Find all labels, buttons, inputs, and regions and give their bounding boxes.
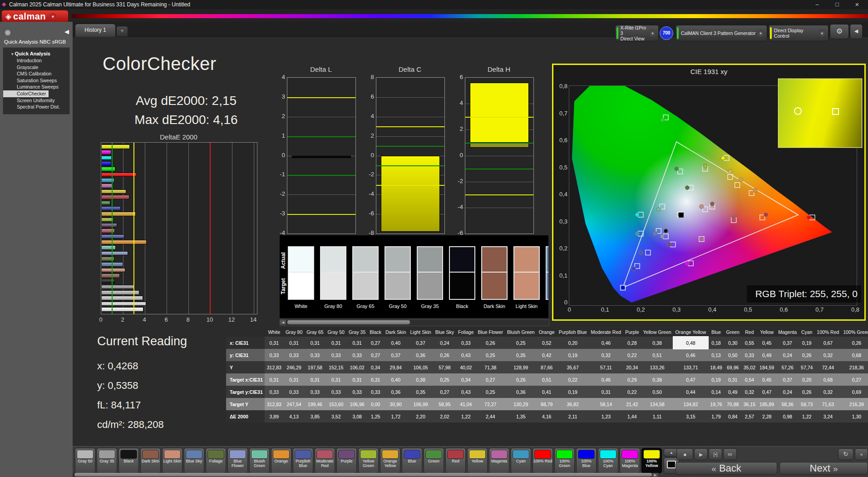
table-cell[interactable]: 0,20 (799, 373, 815, 386)
table-cell[interactable]: 1,72 (384, 410, 409, 422)
table-cell[interactable]: 106,05 (408, 361, 433, 373)
table-cell[interactable]: 0,51 (537, 373, 557, 386)
table-cell[interactable]: 3,52 (326, 410, 346, 422)
table-cell[interactable]: 106,02 (346, 361, 367, 373)
table-cell[interactable]: 69,96 (724, 361, 741, 373)
table-cell[interactable]: 0,33 (368, 386, 384, 398)
table-cell[interactable]: 1,11 (641, 410, 673, 422)
table-cell[interactable]: 0,27 (841, 373, 868, 386)
patch-button-orange-yellow[interactable]: Orange Yellow (380, 448, 400, 473)
table-cell[interactable]: 0,31 (589, 386, 623, 398)
patch-button-magenta[interactable]: Magenta (489, 448, 509, 473)
patch-button-blue[interactable]: Blue (402, 448, 422, 473)
table-cell[interactable]: 128,99 (505, 361, 537, 373)
table-cell[interactable]: 0,22 (623, 386, 641, 398)
table-cell[interactable]: 0,45 (758, 337, 776, 349)
table-cell[interactable]: 1,22 (799, 410, 815, 422)
table-cell[interactable]: 0,40 (384, 337, 409, 349)
table-cell[interactable]: 0,31 (265, 337, 283, 349)
table-cell[interactable]: 0,40 (384, 373, 409, 386)
table-cell[interactable]: 35,02 (741, 361, 757, 373)
patch-button-dark-skin[interactable]: Dark Skin (140, 448, 161, 473)
sidebar-item-screen-uniformity[interactable]: Screen Uniformity (3, 97, 69, 104)
table-cell[interactable]: 71,38 (476, 361, 505, 373)
table-cell[interactable]: 0,49 (724, 386, 741, 398)
table-cell[interactable]: 0,52 (537, 337, 557, 349)
table-cell[interactable]: 312,83 (265, 361, 283, 373)
table-cell[interactable]: 0,55 (741, 337, 757, 349)
table-cell[interactable]: 0,33 (326, 349, 346, 361)
patch-button-100-blue[interactable]: 100% Blue (576, 448, 597, 473)
close-button[interactable]: × (847, 0, 867, 9)
scroll-left-icon[interactable]: ◀ (280, 320, 286, 325)
refresh-icon[interactable]: ↻ (838, 448, 853, 460)
table-cell[interactable]: 2,57 (741, 410, 757, 422)
table-cell[interactable]: 0,27 (368, 349, 384, 361)
table-cell[interactable]: 0,32 (815, 349, 841, 361)
table-cell[interactable]: 0,37 (384, 349, 409, 361)
tab-history-1[interactable]: History 1 (75, 24, 116, 37)
patch-button-blue-sky[interactable]: Blue Sky (184, 448, 204, 473)
table-cell[interactable]: 71,63 (815, 398, 841, 410)
table-cell[interactable]: 0,26 (799, 386, 815, 398)
table-cell[interactable]: 152,15 (326, 361, 346, 373)
table-cell[interactable]: 0,33 (265, 386, 283, 398)
table-cell[interactable]: 0,26 (476, 337, 505, 349)
patch-button-moderate-red[interactable]: Moderate Red (315, 448, 335, 473)
table-cell[interactable]: 0,33 (456, 337, 476, 349)
table-cell[interactable]: 57,98 (433, 361, 456, 373)
table-cell[interactable]: 0,25 (433, 373, 456, 386)
table-cell[interactable]: 0,24 (433, 337, 456, 349)
table-cell[interactable]: 1,30 (841, 410, 868, 422)
table-cell[interactable]: 0,44 (673, 386, 708, 398)
table-cell[interactable]: 58,14 (589, 398, 623, 410)
table-cell[interactable]: 0,50 (641, 386, 673, 398)
table-cell[interactable]: 0,36 (408, 349, 433, 361)
table-cell[interactable]: 0,33 (326, 386, 346, 398)
add-tab-button[interactable]: + (116, 26, 128, 37)
table-cell[interactable]: 30,90 (384, 398, 409, 410)
swatch-scrollbar[interactable]: ◀ (280, 319, 549, 326)
patch-button-black[interactable]: Black (118, 448, 139, 473)
table-cell[interactable]: 199,46 (305, 398, 326, 410)
table-cell[interactable]: 72,44 (815, 361, 841, 373)
loop-icon[interactable]: ∞ (723, 448, 737, 460)
table-cell[interactable]: 57,11 (589, 361, 623, 373)
table-cell[interactable]: 0,32 (815, 386, 841, 398)
table-cell[interactable]: 133,26 (641, 361, 673, 373)
patch-button-gray-35[interactable]: Gray 35 (97, 448, 117, 473)
sidebar-item-cms-calibration[interactable]: CMS Calibration (3, 70, 69, 77)
sidebar-item-introduction[interactable]: Introduction (3, 57, 69, 64)
table-cell[interactable]: 0,69 (841, 386, 868, 398)
table-cell[interactable]: 0,22 (557, 373, 589, 386)
table-cell[interactable]: 0,32 (589, 349, 623, 361)
record-icon[interactable]: ● (855, 448, 868, 460)
table-cell[interactable]: 130,29 (505, 398, 537, 410)
table-cell[interactable]: 0,49 (758, 349, 776, 361)
table-cell[interactable]: 36,82 (557, 398, 589, 410)
table-cell[interactable]: 36,15 (741, 398, 757, 410)
display-control-dropdown[interactable]: Direct Display Control ▼ (769, 25, 829, 41)
table-cell[interactable]: 216,39 (841, 398, 868, 410)
patch-button-cyan[interactable]: Cyan (511, 448, 531, 473)
patch-button-bluish-green[interactable]: Bluish Green (249, 448, 270, 473)
table-cell[interactable]: 0,30 (724, 337, 741, 349)
table-cell[interactable]: 0,46 (673, 349, 708, 361)
sidebar-collapse-icon[interactable]: ◀ (63, 26, 71, 37)
table-cell[interactable]: 247,54 (283, 398, 304, 410)
table-cell[interactable]: 0,25 (476, 349, 505, 361)
patch-button-100-green[interactable]: 100% Green (554, 448, 575, 473)
table-cell[interactable]: 0,42 (537, 349, 557, 361)
table-cell[interactable]: 3,15 (673, 410, 708, 422)
scroll-right-icon[interactable]: ▶ (652, 473, 658, 477)
table-cell[interactable]: 0,26 (841, 337, 868, 349)
table-cell[interactable]: 4,16 (537, 410, 557, 422)
table-cell[interactable]: 3,24 (815, 410, 841, 422)
table-cell[interactable]: 0,19 (557, 386, 589, 398)
table-cell[interactable]: 87,66 (537, 361, 557, 373)
table-cell[interactable]: 218,36 (841, 361, 868, 373)
table-cell[interactable]: 106,99 (408, 398, 433, 410)
sidebar-item-luminance-sweeps[interactable]: Luminance Sweeps (3, 84, 69, 90)
table-cell[interactable]: 0,37 (776, 337, 799, 349)
patch-button-blue-flower[interactable]: Blue Flower (227, 448, 248, 473)
